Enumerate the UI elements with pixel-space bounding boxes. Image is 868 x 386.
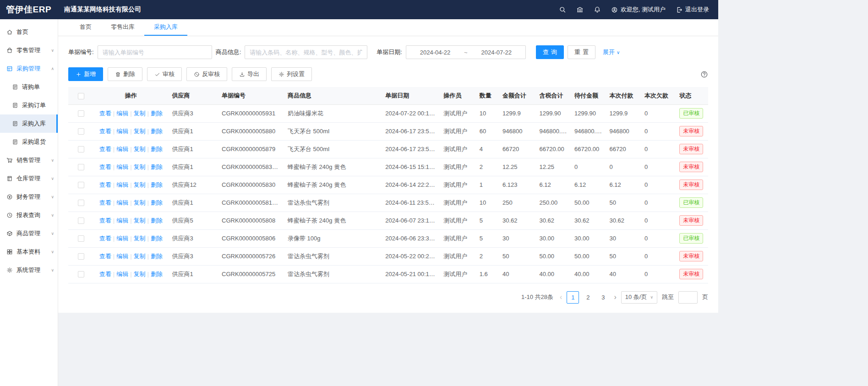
row-checkbox[interactable] [78, 182, 84, 188]
sidebar-subitem-purchase-order[interactable]: 采购订单 [0, 96, 58, 114]
welcome-user[interactable]: 欢迎您, 测试用户 [611, 5, 666, 14]
date-to[interactable]: 2024-07-22 [481, 49, 512, 56]
row-checkbox[interactable] [78, 164, 84, 170]
unaudit-button[interactable]: 反审核 [186, 67, 227, 81]
bank-icon[interactable] [576, 6, 584, 13]
bell-icon[interactable] [594, 6, 601, 13]
row-action-copy[interactable]: 复制 [134, 271, 146, 277]
add-button[interactable]: 新增 [68, 67, 103, 81]
row-action-edit[interactable]: 编辑 [116, 163, 128, 170]
row-action-view[interactable]: 查看 [99, 110, 111, 117]
logout-label: 退出登录 [685, 5, 709, 14]
row-checkbox[interactable] [78, 253, 84, 260]
row-action-view[interactable]: 查看 [99, 199, 111, 206]
cell-qty: 4 [476, 140, 499, 158]
row-action-edit[interactable]: 编辑 [116, 271, 128, 277]
row-action-view[interactable]: 查看 [99, 181, 111, 188]
row-action-copy[interactable]: 复制 [134, 199, 146, 206]
reset-button[interactable]: 重置 [568, 45, 595, 59]
sidebar-item-purchase[interactable]: 采购管理∧ [0, 60, 58, 78]
date-from[interactable]: 2024-04-22 [420, 49, 451, 56]
row-action-edit[interactable]: 编辑 [116, 235, 128, 242]
select-all-checkbox[interactable] [78, 93, 84, 99]
row-action-delete[interactable]: 删除 [151, 181, 163, 188]
row-action-delete[interactable]: 删除 [151, 253, 163, 260]
help-icon[interactable] [700, 71, 708, 78]
jump-page-input[interactable] [678, 291, 698, 304]
row-action-copy[interactable]: 复制 [134, 181, 146, 188]
prev-page-button[interactable]: ‹ [560, 294, 562, 301]
audit-button[interactable]: 审核 [147, 67, 182, 81]
row-action-delete[interactable]: 删除 [151, 235, 163, 242]
search-button[interactable]: 查询 [536, 45, 564, 59]
row-actions: 查看|编辑|复制|删除 [93, 122, 168, 140]
row-action-copy[interactable]: 复制 [134, 110, 146, 117]
sidebar-item-reports[interactable]: 报表查询∨ [0, 206, 58, 224]
status-badge: 未审核 [679, 251, 703, 261]
row-checkbox[interactable] [78, 200, 84, 206]
row-action-delete[interactable]: 删除 [151, 128, 163, 135]
row-action-view[interactable]: 查看 [99, 253, 111, 260]
row-action-delete[interactable]: 删除 [151, 146, 163, 152]
order-no-input[interactable] [98, 45, 212, 59]
row-action-view[interactable]: 查看 [99, 163, 111, 170]
row-action-delete[interactable]: 删除 [151, 271, 163, 277]
sidebar-item-basic-data[interactable]: 基本资料∨ [0, 243, 58, 261]
search-icon[interactable] [559, 6, 566, 13]
sidebar-subitem-purchase-inbound[interactable]: 采购入库 [0, 114, 58, 133]
sidebar-item-sales[interactable]: 销售管理∨ [0, 151, 58, 169]
sidebar-subitem-purchase-return[interactable]: 采购退货 [0, 133, 58, 151]
sidebar-item-finance[interactable]: 财务管理∨ [0, 188, 58, 206]
sidebar-item-system[interactable]: 系统管理∨ [0, 261, 58, 279]
page-size-select[interactable]: 10 条/页 ∨ [621, 291, 657, 304]
tab-home[interactable]: 首页 [70, 19, 101, 36]
row-action-edit[interactable]: 编辑 [116, 110, 128, 117]
row-action-view[interactable]: 查看 [99, 128, 111, 135]
row-checkbox[interactable] [78, 110, 84, 117]
row-action-copy[interactable]: 复制 [134, 235, 146, 242]
sidebar-subitem-purchase-request[interactable]: 请购单 [0, 78, 58, 96]
tab-purchase-inbound[interactable]: 采购入库 [144, 19, 187, 36]
row-action-delete[interactable]: 删除 [151, 217, 163, 224]
row-action-copy[interactable]: 复制 [134, 217, 146, 224]
row-checkbox[interactable] [78, 128, 84, 135]
row-checkbox[interactable] [78, 271, 84, 277]
row-checkbox[interactable] [78, 235, 84, 242]
sidebar-item-products[interactable]: 商品管理∨ [0, 224, 58, 243]
row-action-edit[interactable]: 编辑 [116, 253, 128, 260]
row-action-view[interactable]: 查看 [99, 235, 111, 242]
row-checkbox[interactable] [78, 217, 84, 224]
row-action-copy[interactable]: 复制 [134, 128, 146, 135]
row-checkbox[interactable] [78, 146, 84, 152]
row-action-copy[interactable]: 复制 [134, 253, 146, 260]
sidebar-item-label: 基本资料 [16, 248, 40, 256]
row-action-edit[interactable]: 编辑 [116, 146, 128, 152]
row-action-edit[interactable]: 编辑 [116, 128, 128, 135]
row-action-delete[interactable]: 删除 [151, 163, 163, 170]
row-action-edit[interactable]: 编辑 [116, 181, 128, 188]
row-action-copy[interactable]: 复制 [134, 163, 146, 170]
row-action-delete[interactable]: 删除 [151, 199, 163, 206]
row-action-view[interactable]: 查看 [99, 271, 111, 277]
page-button-1[interactable]: 1 [567, 291, 579, 304]
row-action-edit[interactable]: 编辑 [116, 217, 128, 224]
page-button-3[interactable]: 3 [597, 291, 609, 304]
sidebar-item-warehouse[interactable]: 仓库管理∨ [0, 169, 58, 188]
row-action-delete[interactable]: 删除 [151, 110, 163, 117]
row-action-copy[interactable]: 复制 [134, 146, 146, 152]
expand-link[interactable]: 展开 ∨ [603, 48, 620, 56]
next-page-button[interactable]: › [614, 294, 616, 301]
row-action-edit[interactable]: 编辑 [116, 199, 128, 206]
date-range-picker[interactable]: 2024-04-22 ~ 2024-07-22 [406, 45, 526, 59]
sidebar-item-home[interactable]: 首页 [0, 23, 58, 41]
logout-button[interactable]: 退出登录 [676, 5, 709, 14]
product-input[interactable] [245, 45, 367, 59]
sidebar-item-retail[interactable]: 零售管理∨ [0, 41, 58, 60]
delete-button[interactable]: 删除 [108, 67, 142, 81]
column-settings-button[interactable]: 列设置 [271, 67, 312, 81]
row-action-view[interactable]: 查看 [99, 146, 111, 152]
page-button-2[interactable]: 2 [582, 291, 594, 304]
row-action-view[interactable]: 查看 [99, 217, 111, 224]
tab-retail-outbound[interactable]: 零售出库 [101, 19, 144, 36]
export-button[interactable]: 导出 [232, 67, 267, 81]
